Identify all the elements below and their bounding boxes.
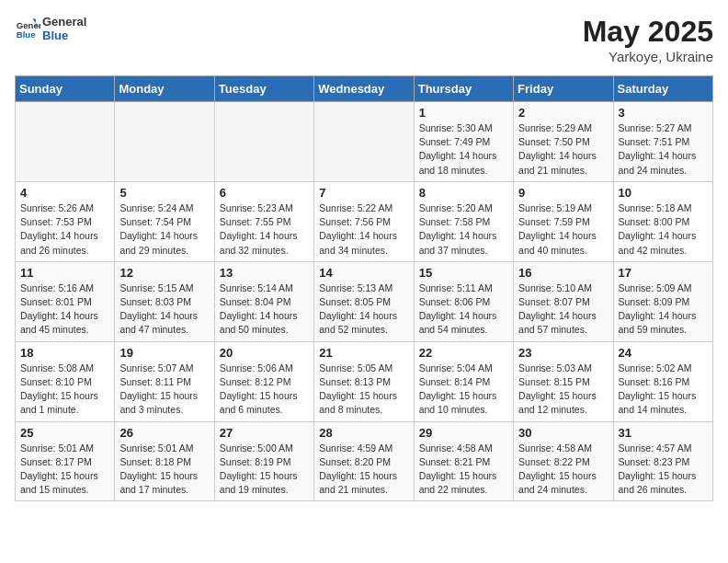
day-number: 14: [319, 266, 408, 280]
calendar-cell: 25Sunrise: 5:01 AMSunset: 8:17 PMDayligh…: [16, 421, 115, 501]
day-info: Sunrise: 5:07 AMSunset: 8:11 PMDaylight:…: [119, 362, 198, 416]
calendar-cell: 4Sunrise: 5:26 AMSunset: 7:53 PMDaylight…: [16, 181, 115, 261]
day-number: 23: [518, 346, 608, 360]
day-info: Sunrise: 4:59 AMSunset: 8:20 PMDaylight:…: [319, 442, 397, 496]
day-info: Sunrise: 5:06 AMSunset: 8:12 PMDaylight:…: [220, 362, 298, 416]
page-header: General Blue General Blue May 2025 Yarko…: [15, 15, 713, 64]
day-header-thursday: Thursday: [414, 76, 513, 102]
day-info: Sunrise: 5:03 AMSunset: 8:15 PMDaylight:…: [518, 362, 597, 416]
logo-general-text: General: [42, 15, 86, 29]
day-info: Sunrise: 5:02 AMSunset: 8:16 PMDaylight:…: [619, 362, 697, 416]
day-info: Sunrise: 5:00 AMSunset: 8:19 PMDaylight:…: [220, 442, 298, 496]
day-number: 9: [518, 186, 608, 200]
calendar-cell: [16, 102, 115, 182]
day-number: 19: [119, 346, 209, 360]
day-info: Sunrise: 5:01 AMSunset: 8:17 PMDaylight:…: [20, 442, 98, 496]
title-block: May 2025 Yarkoye, Ukraine: [583, 15, 713, 64]
day-number: 1: [419, 106, 508, 120]
day-number: 30: [518, 426, 608, 440]
day-header-monday: Monday: [115, 76, 214, 102]
day-number: 10: [619, 186, 708, 200]
day-info: Sunrise: 5:04 AMSunset: 8:14 PMDaylight:…: [419, 362, 497, 416]
calendar-cell: 23Sunrise: 5:03 AMSunset: 8:15 PMDayligh…: [514, 341, 613, 421]
day-number: 15: [419, 266, 508, 280]
calendar-cell: 10Sunrise: 5:18 AMSunset: 8:00 PMDayligh…: [613, 181, 712, 261]
calendar-cell: 11Sunrise: 5:16 AMSunset: 8:01 PMDayligh…: [16, 261, 115, 341]
day-number: 16: [518, 266, 608, 280]
calendar-cell: 16Sunrise: 5:10 AMSunset: 8:07 PMDayligh…: [514, 261, 613, 341]
day-info: Sunrise: 5:18 AMSunset: 8:00 PMDaylight:…: [619, 202, 697, 256]
calendar-cell: 30Sunrise: 4:58 AMSunset: 8:22 PMDayligh…: [514, 421, 613, 501]
week-row-1: 1Sunrise: 5:30 AMSunset: 7:49 PMDaylight…: [16, 102, 713, 182]
day-number: 4: [20, 186, 109, 200]
calendar-cell: 28Sunrise: 4:59 AMSunset: 8:20 PMDayligh…: [314, 421, 414, 501]
month-year-title: May 2025: [583, 15, 713, 49]
day-info: Sunrise: 5:13 AMSunset: 8:05 PMDaylight:…: [319, 282, 397, 336]
day-number: 28: [319, 426, 408, 440]
calendar-cell: 1Sunrise: 5:30 AMSunset: 7:49 PMDaylight…: [414, 102, 513, 182]
day-info: Sunrise: 5:26 AMSunset: 7:53 PMDaylight:…: [20, 202, 98, 256]
logo-icon: General Blue: [15, 16, 40, 41]
week-row-4: 18Sunrise: 5:08 AMSunset: 8:10 PMDayligh…: [16, 341, 713, 421]
day-info: Sunrise: 5:09 AMSunset: 8:09 PMDaylight:…: [619, 282, 697, 336]
day-info: Sunrise: 5:01 AMSunset: 8:18 PMDaylight:…: [119, 442, 198, 496]
week-row-5: 25Sunrise: 5:01 AMSunset: 8:17 PMDayligh…: [16, 421, 713, 501]
day-number: 24: [619, 346, 708, 360]
calendar-cell: [214, 102, 313, 182]
day-number: 18: [20, 346, 109, 360]
day-number: 17: [619, 266, 708, 280]
day-number: 11: [20, 266, 109, 280]
day-info: Sunrise: 5:16 AMSunset: 8:01 PMDaylight:…: [20, 282, 98, 336]
day-number: 12: [119, 266, 209, 280]
calendar-cell: 7Sunrise: 5:22 AMSunset: 7:56 PMDaylight…: [314, 181, 414, 261]
day-info: Sunrise: 5:22 AMSunset: 7:56 PMDaylight:…: [319, 202, 397, 256]
week-row-3: 11Sunrise: 5:16 AMSunset: 8:01 PMDayligh…: [16, 261, 713, 341]
logo: General Blue General Blue: [15, 15, 86, 42]
calendar-cell: 6Sunrise: 5:23 AMSunset: 7:55 PMDaylight…: [214, 181, 313, 261]
day-number: 29: [419, 426, 508, 440]
logo-blue-text: Blue: [42, 29, 86, 42]
day-header-friday: Friday: [514, 76, 613, 102]
calendar-cell: 29Sunrise: 4:58 AMSunset: 8:21 PMDayligh…: [414, 421, 513, 501]
day-header-sunday: Sunday: [16, 76, 115, 102]
calendar-cell: 18Sunrise: 5:08 AMSunset: 8:10 PMDayligh…: [16, 341, 115, 421]
calendar-cell: 17Sunrise: 5:09 AMSunset: 8:09 PMDayligh…: [613, 261, 712, 341]
day-info: Sunrise: 5:24 AMSunset: 7:54 PMDaylight:…: [119, 202, 198, 256]
week-row-2: 4Sunrise: 5:26 AMSunset: 7:53 PMDaylight…: [16, 181, 713, 261]
day-info: Sunrise: 5:14 AMSunset: 8:04 PMDaylight:…: [220, 282, 298, 336]
calendar-cell: 8Sunrise: 5:20 AMSunset: 7:58 PMDaylight…: [414, 181, 513, 261]
calendar-cell: 26Sunrise: 5:01 AMSunset: 8:18 PMDayligh…: [115, 421, 214, 501]
calendar-cell: 3Sunrise: 5:27 AMSunset: 7:51 PMDaylight…: [613, 102, 712, 182]
day-info: Sunrise: 4:58 AMSunset: 8:22 PMDaylight:…: [518, 442, 597, 496]
calendar-cell: 13Sunrise: 5:14 AMSunset: 8:04 PMDayligh…: [214, 261, 313, 341]
day-info: Sunrise: 5:10 AMSunset: 8:07 PMDaylight:…: [518, 282, 597, 336]
calendar-cell: [115, 102, 214, 182]
day-info: Sunrise: 4:57 AMSunset: 8:23 PMDaylight:…: [619, 442, 697, 496]
calendar-cell: 2Sunrise: 5:29 AMSunset: 7:50 PMDaylight…: [514, 102, 613, 182]
day-info: Sunrise: 5:08 AMSunset: 8:10 PMDaylight:…: [20, 362, 98, 416]
day-info: Sunrise: 5:11 AMSunset: 8:06 PMDaylight:…: [419, 282, 497, 336]
day-number: 13: [220, 266, 309, 280]
day-info: Sunrise: 5:23 AMSunset: 7:55 PMDaylight:…: [220, 202, 298, 256]
day-header-wednesday: Wednesday: [314, 76, 414, 102]
calendar-table: SundayMondayTuesdayWednesdayThursdayFrid…: [15, 75, 713, 501]
calendar-cell: 5Sunrise: 5:24 AMSunset: 7:54 PMDaylight…: [115, 181, 214, 261]
day-info: Sunrise: 5:15 AMSunset: 8:03 PMDaylight:…: [119, 282, 198, 336]
calendar-cell: 21Sunrise: 5:05 AMSunset: 8:13 PMDayligh…: [314, 341, 414, 421]
calendar-cell: 19Sunrise: 5:07 AMSunset: 8:11 PMDayligh…: [115, 341, 214, 421]
calendar-cell: 24Sunrise: 5:02 AMSunset: 8:16 PMDayligh…: [613, 341, 712, 421]
day-number: 21: [319, 346, 408, 360]
location-subtitle: Yarkoye, Ukraine: [583, 49, 713, 64]
day-header-saturday: Saturday: [613, 76, 712, 102]
day-number: 8: [419, 186, 508, 200]
day-header-row: SundayMondayTuesdayWednesdayThursdayFrid…: [16, 76, 713, 102]
day-number: 20: [220, 346, 309, 360]
day-info: Sunrise: 5:05 AMSunset: 8:13 PMDaylight:…: [319, 362, 397, 416]
calendar-cell: 9Sunrise: 5:19 AMSunset: 7:59 PMDaylight…: [514, 181, 613, 261]
svg-text:Blue: Blue: [17, 29, 36, 40]
calendar-cell: 12Sunrise: 5:15 AMSunset: 8:03 PMDayligh…: [115, 261, 214, 341]
day-info: Sunrise: 5:20 AMSunset: 7:58 PMDaylight:…: [419, 202, 497, 256]
day-header-tuesday: Tuesday: [214, 76, 313, 102]
day-number: 6: [220, 186, 309, 200]
calendar-cell: 31Sunrise: 4:57 AMSunset: 8:23 PMDayligh…: [613, 421, 712, 501]
